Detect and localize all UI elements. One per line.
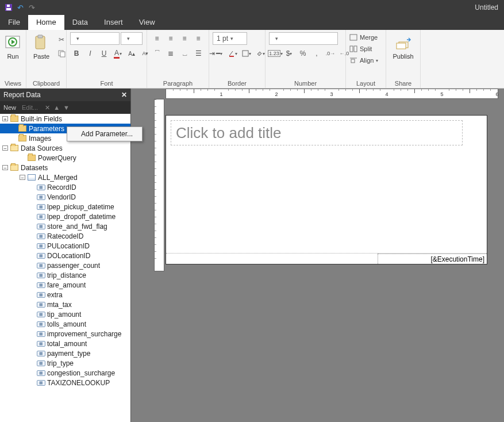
- grow-font-button[interactable]: A▴: [125, 47, 138, 60]
- tree-field[interactable]: ▦congestion_surcharge: [0, 368, 130, 378]
- tab-view[interactable]: View: [131, 15, 163, 30]
- font-family-combo[interactable]: ▾: [70, 32, 120, 45]
- align-left-button[interactable]: ≡: [151, 32, 163, 45]
- svg-rect-12: [350, 34, 357, 40]
- tree-field[interactable]: ▦lpep_pickup_datetime: [0, 202, 130, 212]
- tree-data-sources[interactable]: −Data Sources: [0, 143, 130, 153]
- save-icon[interactable]: [3, 2, 14, 13]
- tree-all-merged[interactable]: −ALL_Merged: [0, 172, 130, 182]
- panel-header[interactable]: Report Data ✕: [0, 89, 130, 101]
- border-weight-combo[interactable]: 1 pt▾: [213, 32, 247, 45]
- tab-file[interactable]: File: [0, 15, 28, 30]
- number-format-combo[interactable]: ▾: [269, 32, 338, 45]
- split-button[interactable]: Split: [349, 44, 380, 54]
- paste-icon: [32, 33, 51, 52]
- group-label-views: Views: [3, 79, 22, 88]
- paste-button[interactable]: Paste: [30, 32, 53, 61]
- group-label-clipboard: Clipboard: [30, 79, 63, 88]
- underline-button[interactable]: U: [98, 47, 110, 60]
- tree-field[interactable]: ▦tolls_amount: [0, 319, 130, 329]
- align-right-button[interactable]: ≡: [178, 32, 191, 45]
- font-size-combo[interactable]: ▾: [121, 32, 143, 45]
- tree-datasets[interactable]: −Datasets: [0, 163, 130, 172]
- tree-field[interactable]: ▦trip_distance: [0, 270, 130, 280]
- merge-button[interactable]: Merge: [349, 32, 380, 43]
- tree-field[interactable]: ▦extra: [0, 290, 130, 300]
- redo-icon[interactable]: ↷: [26, 2, 37, 13]
- svg-rect-7: [38, 35, 43, 38]
- border-color-button[interactable]: ▾: [226, 47, 239, 60]
- panel-edit-button[interactable]: Edit...: [22, 104, 38, 111]
- tab-insert[interactable]: Insert: [96, 15, 131, 30]
- tree-field[interactable]: ▦total_amount: [0, 339, 130, 348]
- ribbon: Run Views Paste ✂ Clipboard ▾ ▾ B: [0, 30, 504, 89]
- tree-field[interactable]: ▦improvement_surcharge: [0, 329, 130, 339]
- tree-field[interactable]: ▦trip_type: [0, 358, 130, 368]
- group-label-border: Border: [213, 79, 261, 88]
- delete-icon[interactable]: ✕: [45, 104, 50, 112]
- vertical-ruler: [154, 99, 164, 271]
- valign-middle-button[interactable]: ≣: [164, 47, 177, 60]
- font-color-button[interactable]: A▾: [111, 47, 124, 60]
- tree-powerquery[interactable]: PowerQuery: [0, 153, 130, 163]
- valign-top-button[interactable]: ⎴: [151, 47, 163, 60]
- run-button[interactable]: Run: [2, 32, 25, 61]
- context-menu: Add Parameter...: [67, 126, 143, 141]
- ctx-add-parameter[interactable]: Add Parameter...: [68, 128, 141, 140]
- footer-execution-time[interactable]: [&ExecutionTime]: [378, 254, 487, 264]
- panel-close-icon[interactable]: ✕: [121, 91, 127, 99]
- tree-field[interactable]: ▦DOLocationID: [0, 251, 130, 260]
- tree-field[interactable]: ▦tip_amount: [0, 309, 130, 319]
- tree-field[interactable]: ▦RatecodeID: [0, 231, 130, 241]
- placeholder-button[interactable]: 1.23▾: [269, 47, 282, 60]
- tree-field[interactable]: ▦passenger_count: [0, 260, 130, 270]
- svg-rect-13: [350, 46, 353, 52]
- align-center-button[interactable]: ≡: [164, 32, 177, 45]
- svg-rect-10: [229, 56, 234, 57]
- valign-bottom-button[interactable]: ⎵: [178, 47, 191, 60]
- border-style-button[interactable]: ━▾: [213, 47, 225, 60]
- bullets-button[interactable]: ☰: [192, 47, 205, 60]
- report-data-tree: +Built-in Fields Parameters Images −Data…: [0, 114, 130, 422]
- copy-icon[interactable]: [55, 47, 68, 60]
- report-data-panel: Report Data ✕ New Edit... ✕ ▲ ▼ +Built-i…: [0, 89, 131, 422]
- thousands-button[interactable]: ,: [310, 47, 323, 60]
- currency-button[interactable]: $▾: [283, 47, 295, 60]
- report-title-placeholder[interactable]: Click to add title: [171, 120, 463, 145]
- move-down-icon[interactable]: ▼: [63, 104, 70, 112]
- increase-decimal-button[interactable]: .0→: [324, 47, 337, 60]
- move-up-icon[interactable]: ▲: [53, 104, 60, 112]
- fill-color-button[interactable]: ▾: [254, 47, 267, 60]
- tree-field[interactable]: ▦TAXIZONELOOKUP: [0, 378, 130, 388]
- horizontal-ruler: 123456: [166, 89, 498, 99]
- run-icon: [4, 33, 22, 52]
- undo-icon[interactable]: ↶: [15, 2, 25, 13]
- bold-button[interactable]: B: [70, 47, 83, 60]
- panel-toolbar: New Edit... ✕ ▲ ▼: [0, 101, 130, 114]
- tree-builtin-fields[interactable]: +Built-in Fields: [0, 114, 130, 124]
- tree-field[interactable]: ▦RecordID: [0, 182, 130, 192]
- tree-field[interactable]: ▦fare_amount: [0, 280, 130, 290]
- cut-icon[interactable]: ✂: [55, 33, 68, 46]
- publish-icon: [394, 33, 412, 52]
- svg-rect-11: [243, 51, 248, 56]
- workspace: Report Data ✕ New Edit... ✕ ▲ ▼ +Built-i…: [0, 89, 504, 422]
- panel-new-button[interactable]: New: [3, 104, 16, 111]
- percent-button[interactable]: %: [297, 47, 309, 60]
- borders-button[interactable]: ▾: [240, 47, 253, 60]
- align-button[interactable]: Align ▾: [349, 55, 380, 66]
- tab-data[interactable]: Data: [64, 15, 96, 30]
- italic-button[interactable]: I: [84, 47, 97, 60]
- align-justify-button[interactable]: ≡: [192, 32, 205, 45]
- report-page[interactable]: Click to add title [&ExecutionTime]: [166, 115, 487, 264]
- tree-field[interactable]: ▦VendorID: [0, 192, 130, 202]
- tree-field[interactable]: ▦lpep_dropoff_datetime: [0, 212, 130, 221]
- tree-field[interactable]: ▦store_and_fwd_flag: [0, 221, 130, 231]
- tree-field[interactable]: ▦PULocationID: [0, 241, 130, 251]
- svg-rect-18: [397, 43, 406, 49]
- tree-field[interactable]: ▦payment_type: [0, 348, 130, 358]
- tree-field[interactable]: ▦mta_tax: [0, 300, 130, 309]
- title-bar: ↶ ↷ Untitled: [0, 0, 504, 15]
- publish-button[interactable]: Publish: [390, 32, 415, 61]
- tab-home[interactable]: Home: [28, 15, 64, 30]
